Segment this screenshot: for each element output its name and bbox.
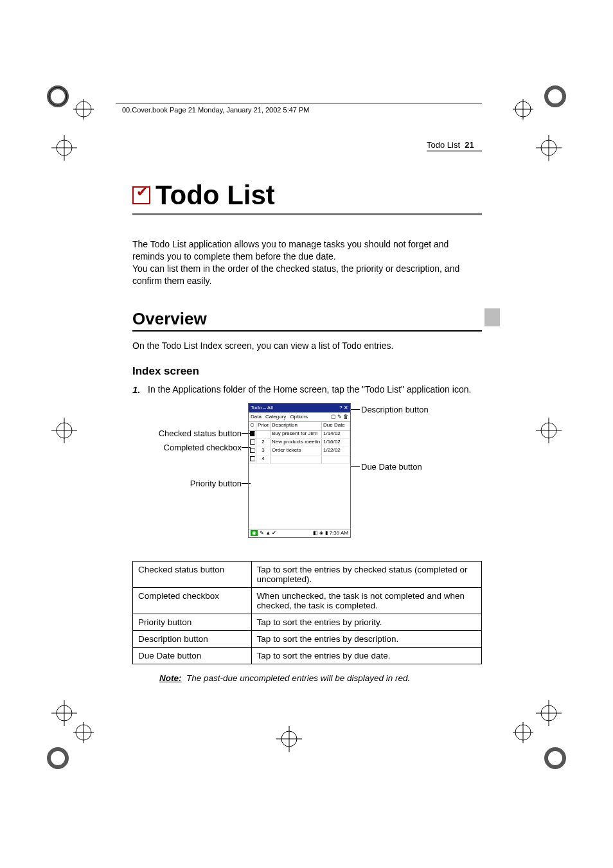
table-row: Completed checkboxWhen unchecked, the ta… [133, 587, 482, 614]
table-cell-name: Due Date button [133, 647, 252, 664]
table-cell-desc: When unchecked, the task is not complete… [251, 587, 481, 614]
fig-row: 3 Order tickets 1/22/02 [249, 447, 350, 456]
figure-callouts: Checked status button Completed checkbox… [132, 403, 482, 552]
callout-due-date-button: Due Date button [361, 462, 422, 472]
checkbox-icon [250, 439, 255, 445]
table-row: Checked status buttonTap to sort the ent… [133, 561, 482, 587]
step-text: In the Applications folder of the Home s… [148, 384, 471, 395]
callout-priority-button: Priority button [126, 479, 242, 488]
fig-toolbar-icons: ▢ ✎ 🗑 [331, 414, 348, 420]
fig-clock: 7:39 AM [330, 530, 348, 536]
fig-titlebar-icons: ? ✕ [339, 405, 348, 411]
fig-menu-options: Options [290, 414, 308, 420]
thumb-tab [484, 308, 500, 326]
page-title-row: Todo List [132, 180, 482, 215]
svg-point-37 [546, 749, 564, 767]
overview-text: On the Todo List Index screen, you can v… [132, 341, 482, 351]
page-title: Todo List [155, 180, 275, 211]
todo-app-icon [132, 186, 150, 204]
callout-description-button: Description button [361, 405, 429, 414]
registration-mark-icon [510, 720, 568, 777]
svg-point-11 [546, 87, 564, 105]
print-header: 00.Cover.book Page 21 Monday, January 21… [122, 106, 310, 114]
table-cell-desc: Tap to sort the entries by priority. [251, 614, 481, 630]
taskbar-icons: ✎ ▲ ✔ [260, 530, 276, 536]
crosshair-icon [45, 411, 84, 450]
table-row: Priority buttonTap to sort the entries b… [133, 614, 482, 630]
intro-text: The Todo List application allows you to … [132, 238, 482, 287]
fig-titlebar: Todo – All ? ✕ [249, 403, 350, 412]
fig-row: 2 New products meetin 1/16/02 [249, 439, 350, 447]
note: Note: The past-due uncompleted entries w… [132, 673, 482, 683]
fig-column-headers: C Prior. Description Due Date [249, 422, 350, 430]
crosshair-icon [45, 128, 84, 167]
fig-taskbar: ◉✎ ▲ ✔ ◧ ◈ ▮ 7:39 AM [249, 529, 350, 537]
table-cell-name: Completed checkbox [133, 587, 252, 614]
registration-mark-icon [45, 720, 103, 777]
table-cell-name: Priority button [133, 614, 252, 630]
crosshair-icon [529, 411, 568, 450]
tray-icons: ◧ ◈ ▮ [313, 530, 327, 536]
crosshair-icon [270, 720, 308, 758]
fig-col-c: C [249, 422, 256, 430]
running-head-rule [427, 150, 482, 152]
intro-p1: The Todo List application allows you to … [132, 239, 449, 261]
fig-menu-category: Category [265, 414, 286, 420]
table-cell-name: Description button [133, 630, 252, 647]
fig-menubar: Data Category Options ▢ ✎ 🗑 [249, 412, 350, 422]
callout-completed-checkbox: Completed checkbox [126, 443, 242, 452]
callout-checked-status: Checked status button [126, 429, 242, 438]
checkbox-icon [250, 456, 255, 461]
running-head-section: Todo List [427, 140, 460, 150]
crosshair-icon [529, 128, 568, 167]
step-1: 1. In the Applications folder of the Hom… [132, 384, 482, 395]
screenshot-figure: Todo – All ? ✕ Data Category Options ▢ ✎… [248, 403, 351, 538]
table-cell-desc: Tap to sort the entries by checked statu… [251, 561, 481, 587]
fig-row: Buy present for Jim! 1/14/02 [249, 430, 350, 439]
description-table: Checked status buttonTap to sort the ent… [132, 561, 482, 664]
running-head: Todo List 21 [427, 140, 474, 150]
print-header-rule [116, 103, 482, 103]
fig-col-desc: Description [271, 422, 322, 430]
fig-col-prior: Prior. [256, 422, 271, 430]
fig-menu-data: Data [251, 414, 262, 420]
start-icon: ◉ [251, 530, 258, 536]
table-cell-desc: Tap to sort the entries by due date. [251, 647, 481, 664]
running-head-page: 21 [465, 140, 474, 150]
intro-p2: You can list them in the order of the ch… [132, 263, 459, 286]
note-label: Note: [159, 673, 182, 683]
step-number: 1. [132, 384, 141, 395]
index-screen-heading: Index screen [132, 365, 482, 378]
table-cell-desc: Tap to sort the entries by description. [251, 630, 481, 647]
svg-point-1 [49, 87, 67, 105]
checkbox-icon [250, 431, 255, 436]
table-row: Due Date buttonTap to sort the entries b… [133, 647, 482, 664]
fig-row: 4 [249, 456, 350, 464]
table-row: Description buttonTap to sort the entrie… [133, 630, 482, 647]
note-text: The past-due uncompleted entries will be… [186, 673, 410, 683]
table-cell-name: Checked status button [133, 561, 252, 587]
overview-heading: Overview [132, 309, 482, 332]
fig-title: Todo – All [251, 405, 273, 411]
fig-col-due: Due Date [322, 422, 350, 430]
checkbox-icon [250, 448, 255, 453]
svg-point-27 [49, 749, 67, 767]
